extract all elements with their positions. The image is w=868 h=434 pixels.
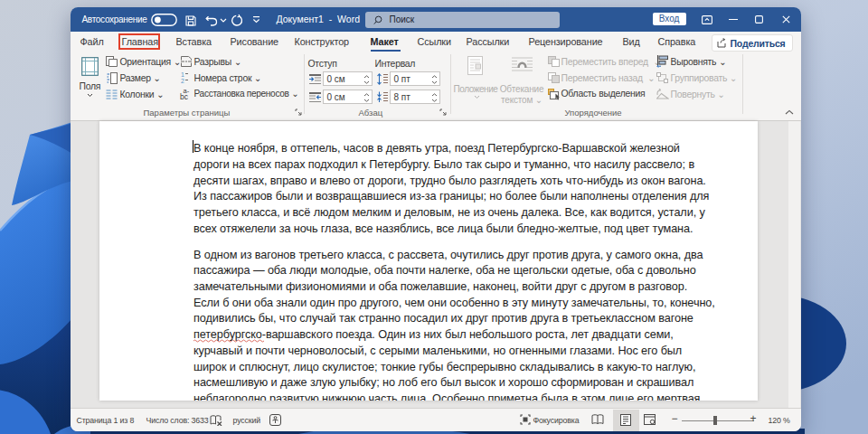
svg-text:2: 2 xyxy=(181,78,184,84)
svg-text:bc: bc xyxy=(180,92,189,100)
